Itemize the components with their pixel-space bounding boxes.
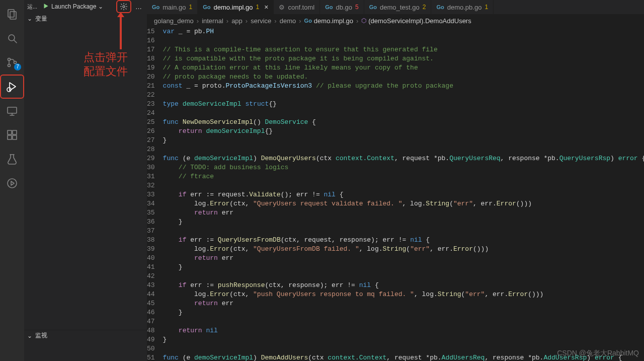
code-line[interactable]: // ftrace (163, 172, 644, 181)
code-line[interactable]: } (163, 218, 644, 227)
code-line[interactable]: } (163, 136, 644, 145)
code-line[interactable]: // is compatible with the proto package … (163, 54, 644, 63)
code-line[interactable]: type demoServiceImpl struct{} (163, 100, 644, 109)
code-line[interactable]: func NewDemoServiceImpl() DemoService { (163, 118, 644, 127)
line-number: 44 (147, 290, 155, 299)
editor-tab[interactable]: Godemo.pb.go1 (431, 0, 494, 14)
code-line[interactable] (163, 272, 644, 281)
watch-body (24, 341, 147, 361)
debug-side-panel: 运... Launch Package ⌄ … ⌄ 变量 ⌄ 监视 (24, 0, 147, 361)
method-icon: ⬡ (361, 17, 366, 24)
tab-modification-badge: 2 (423, 4, 426, 11)
editor-tab[interactable]: ⚙conf.toml (274, 0, 320, 14)
line-number: 48 (147, 326, 155, 335)
line-number: 19 (147, 63, 155, 73)
code-line[interactable]: return err (163, 254, 644, 263)
code-line[interactable]: return nil (163, 326, 644, 335)
code-line[interactable]: func (e demoServiceImpl) DemoQueryUsers(… (163, 154, 644, 163)
code-line[interactable]: if err := request.Validate(); err != nil… (163, 190, 644, 199)
line-number: 46 (147, 308, 155, 317)
code-line[interactable] (163, 91, 644, 100)
editor-tab[interactable]: Godb.go5 (320, 0, 364, 14)
watch-label: 监视 (35, 331, 47, 340)
svg-marker-18 (11, 181, 14, 185)
chevron-right-icon: › (246, 17, 248, 25)
code-line[interactable]: // TODO: add business logics (163, 163, 644, 172)
tab-label: demo.impl.go (214, 4, 253, 11)
svg-rect-12 (8, 130, 12, 134)
tab-label: conf.toml (288, 4, 314, 11)
line-number: 43 (147, 281, 155, 290)
breadcrumb-folder[interactable]: demo (280, 17, 296, 25)
breadcrumb-folder[interactable]: internal (202, 17, 223, 25)
line-number: 45 (147, 299, 155, 308)
code-line[interactable]: func (e demoServiceImpl) DemoAddUsers(ct… (163, 353, 644, 361)
code-line[interactable]: } (163, 308, 644, 317)
code-editor[interactable]: 1516171819202122232425262728293031323334… (147, 27, 644, 361)
line-number: 50 (147, 344, 155, 353)
code-line[interactable] (163, 145, 644, 154)
variables-label: 变量 (35, 15, 47, 23)
code-line[interactable]: } (163, 263, 644, 272)
variables-section-header[interactable]: ⌄ 变量 (24, 13, 147, 24)
breadcrumbs[interactable]: golang_demo›internal›app›service›demo›Go… (147, 14, 644, 27)
run-debug-icon[interactable] (0, 75, 24, 99)
line-number: 41 (147, 263, 155, 272)
open-launch-json-button[interactable] (116, 0, 131, 13)
more-actions-icon[interactable]: … (133, 3, 144, 11)
debug-toolbar: 运... Launch Package ⌄ … (24, 0, 147, 13)
breadcrumb-symbol[interactable]: (demoServiceImpl).DemoAddUsers (368, 17, 471, 25)
source-control-icon[interactable]: 7 (0, 50, 24, 75)
code-line[interactable] (163, 36, 644, 45)
code-line[interactable]: return err (163, 299, 644, 308)
search-icon[interactable] (0, 26, 24, 50)
breadcrumb-folder[interactable]: app (231, 17, 243, 25)
code-line[interactable] (163, 109, 644, 118)
code-line[interactable]: } (163, 335, 644, 344)
remote-icon[interactable] (0, 99, 24, 123)
code-line[interactable] (163, 317, 644, 326)
code-line[interactable]: log.Error(ctx, "QueryUsers request valid… (163, 199, 644, 208)
extensions-icon[interactable] (0, 123, 24, 147)
line-number: 21 (147, 82, 155, 91)
editor-tab[interactable]: Gomain.go1 (147, 0, 198, 14)
go-file-icon: Go (304, 18, 312, 24)
go-icon[interactable] (0, 171, 24, 195)
line-number: 35 (147, 208, 155, 218)
testing-icon[interactable] (0, 147, 24, 171)
breadcrumb-file[interactable]: demo.impl.go (314, 17, 353, 25)
code-line[interactable]: if err := QueryUsersFromDB(ctx, request,… (163, 236, 644, 245)
code-line[interactable]: // This is a compile-time assertion to e… (163, 45, 644, 54)
close-icon[interactable]: × (264, 3, 268, 11)
code-line[interactable] (163, 344, 644, 353)
line-number: 39 (147, 245, 155, 254)
code-line[interactable] (163, 227, 644, 236)
editor-tab[interactable]: Godemo_test.go2 (364, 0, 432, 14)
tab-modification-badge: 1 (485, 4, 488, 11)
code-line[interactable]: if err := pushResponse(ctx, response); e… (163, 281, 644, 290)
tab-modification-badge: 5 (355, 4, 359, 11)
line-number: 34 (147, 199, 155, 208)
code-content[interactable]: var _ = pb.PH // This is a compile-time … (163, 27, 644, 361)
line-number: 18 (147, 54, 155, 63)
tab-label: demo_test.go (380, 4, 420, 11)
code-line[interactable] (163, 181, 644, 190)
line-number: 26 (147, 127, 155, 136)
tab-label: demo.pb.go (447, 4, 482, 11)
code-line[interactable]: // A compilation error at this line like… (163, 63, 644, 73)
svg-point-2 (9, 35, 15, 41)
breadcrumb-folder[interactable]: golang_demo (154, 17, 194, 25)
code-line[interactable]: log.Error(ctx, "push QueryUsers response… (163, 290, 644, 299)
code-line[interactable]: // proto package needs to be updated. (163, 73, 644, 82)
code-line[interactable]: return err (163, 208, 644, 218)
code-line[interactable]: const _ = proto.ProtoPackageIsVersion3 /… (163, 82, 644, 91)
debug-config-select[interactable]: Launch Package ⌄ (51, 3, 114, 10)
code-line[interactable]: return demoServiceImpl{} (163, 127, 644, 136)
breadcrumb-folder[interactable]: service (251, 17, 271, 25)
editor-tab[interactable]: Godemo.impl.go1× (198, 0, 274, 14)
code-line[interactable]: log.Error(ctx, "QueryUsersFromDB failed.… (163, 245, 644, 254)
start-debug-icon[interactable] (42, 3, 49, 11)
code-line[interactable]: var _ = pb.PH (163, 27, 644, 36)
watch-section-header[interactable]: ⌄ 监视 (24, 330, 147, 341)
explorer-icon[interactable] (0, 2, 24, 26)
